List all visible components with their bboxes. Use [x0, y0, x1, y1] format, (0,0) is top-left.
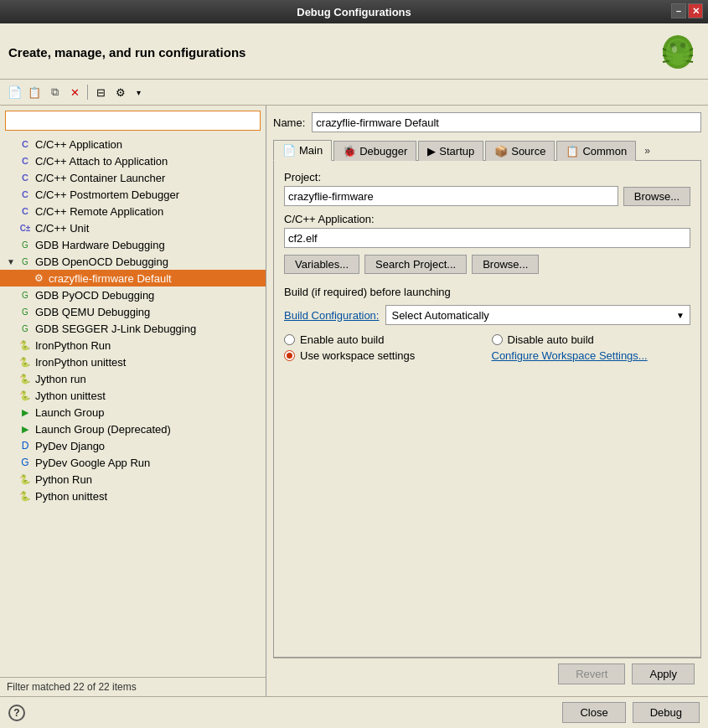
launch-group-label: Launch Group — [35, 406, 104, 419]
cpp-container-icon: C — [18, 171, 32, 184]
variables-button[interactable]: Variables... — [284, 255, 359, 274]
pydev-django-label: PyDev Django — [35, 440, 105, 452]
cpp-remote-icon: C — [18, 204, 32, 218]
iron-unittest-icon: 🐍 — [18, 355, 32, 369]
jython-unittest-icon: 🐍 — [18, 389, 32, 402]
bottom-buttons-row: Revert Apply — [273, 658, 701, 689]
gdb-hardware-label: GDB Hardware Debugging — [35, 239, 165, 251]
window-controls: – ✕ — [671, 3, 703, 18]
name-label: Name: — [273, 116, 305, 129]
tab-main[interactable]: 📄 Main — [273, 140, 332, 161]
filter-button[interactable]: ⚙ — [111, 83, 130, 101]
gdb-openocd-label: GDB OpenOCD Debugging — [35, 256, 168, 268]
name-input[interactable] — [312, 112, 701, 132]
tree-item-python-unittest[interactable]: 🐍 Python unittest — [0, 488, 266, 504]
tree-item-cpp-app[interactable]: C C/C++ Application — [0, 136, 266, 152]
collapse-all-button[interactable]: ⊟ — [91, 83, 110, 101]
debug-button[interactable]: Debug — [633, 702, 700, 723]
tree-item-cpp-remote[interactable]: C C/C++ Remote Application — [0, 203, 266, 219]
tree-item-launch-group-dep[interactable]: ▶ Launch Group (Deprecated) — [0, 421, 266, 437]
gdb-hardware-icon: G — [18, 238, 32, 251]
gdb-qemu-icon: G — [18, 305, 32, 318]
apply-button[interactable]: Apply — [632, 663, 695, 684]
pydev-django-icon: D — [18, 439, 32, 452]
tab-content-main: Project: Browse... C/C++ Application: Va… — [273, 161, 701, 658]
tree-item-jython-run[interactable]: 🐍 Jython run — [0, 370, 266, 387]
tree-item-gdb-hardware[interactable]: G GDB Hardware Debugging — [0, 236, 266, 253]
search-project-button[interactable]: Search Project... — [364, 255, 467, 274]
tree-item-gdb-openocd[interactable]: ▼ G GDB OpenOCD Debugging — [0, 253, 266, 270]
tree-item-pydev-django[interactable]: D PyDev Django — [0, 437, 266, 454]
filter-dropdown-button[interactable]: ▾ — [132, 83, 145, 101]
toolbar-separator — [87, 85, 88, 100]
main-window: Create, manage, and run configurations 📄… — [0, 23, 708, 728]
build-config-row: Build Configuration: Select Automaticall… — [284, 305, 690, 325]
name-row: Name: — [273, 112, 701, 132]
cpp-app-input[interactable] — [284, 228, 690, 248]
tab-debugger[interactable]: 🐞 Debugger — [333, 141, 416, 161]
close-button[interactable]: Close — [562, 702, 625, 723]
browse-project-button[interactable]: Browse... — [623, 187, 690, 206]
radio-disable-auto[interactable]: Disable auto build — [492, 333, 691, 346]
crazyflie-default-icon: ⚙ — [32, 271, 45, 285]
close-window-button[interactable]: ✕ — [688, 3, 703, 18]
tree-item-jython-unittest[interactable]: 🐍 Jython unittest — [0, 387, 266, 404]
tree-item-pydev-google[interactable]: G PyDev Google App Run — [0, 454, 266, 471]
tree-item-cpp-postmortem[interactable]: C C/C++ Postmortem Debugger — [0, 186, 266, 203]
tab-common[interactable]: 📋 Common — [556, 141, 636, 161]
radio-enable-auto-label: Enable auto build — [300, 333, 384, 346]
tab-startup[interactable]: ▶ Startup — [418, 141, 483, 161]
project-label: Project: — [284, 171, 690, 183]
minimize-button[interactable]: – — [671, 3, 686, 18]
pydev-google-label: PyDev Google App Run — [35, 457, 150, 469]
radio-enable-auto[interactable]: Enable auto build — [284, 333, 483, 346]
radio-use-workspace-circle[interactable] — [284, 350, 295, 361]
workspace-link-row: Configure Workspace Settings... — [492, 349, 691, 362]
cpp-postmortem-icon: C — [18, 188, 32, 201]
tree-item-iron-run[interactable]: 🐍 IronPython Run — [0, 337, 266, 354]
tree-item-python-run[interactable]: 🐍 Python Run — [0, 471, 266, 488]
app-buttons-row: Variables... Search Project... Browse... — [284, 255, 690, 274]
tree-item-cpp-attach[interactable]: C C/C++ Attach to Application — [0, 152, 266, 169]
workspace-link[interactable]: Configure Workspace Settings... — [492, 349, 648, 362]
tree-item-gdb-qemu[interactable]: G GDB QEMU Debugging — [0, 303, 266, 320]
tree-item-cpp-unit[interactable]: C± C/C++ Unit — [0, 219, 266, 236]
launch-group-dep-icon: ▶ — [18, 422, 32, 436]
cpp-remote-label: C/C++ Remote Application — [35, 205, 163, 218]
tree-item-gdb-pyocd[interactable]: G GDB PyOCD Debugging — [0, 287, 266, 303]
search-box[interactable] — [5, 111, 261, 131]
build-config-select[interactable]: Select Automatically ▼ — [385, 305, 690, 325]
tree-item-crazyflie-default[interactable]: ⚙ crazyflie-firmware Default — [0, 270, 266, 287]
duplicate-button[interactable]: ⧉ — [45, 83, 64, 101]
radio-group: Enable auto build Disable auto build Use… — [284, 333, 690, 362]
radio-disable-auto-circle[interactable] — [492, 334, 503, 345]
iron-unittest-label: IronPython unittest — [35, 356, 126, 369]
tree-item-cpp-container[interactable]: C C/C++ Container Launcher — [0, 169, 266, 186]
radio-use-workspace[interactable]: Use workspace settings — [284, 349, 483, 362]
project-input[interactable] — [284, 186, 618, 206]
revert-button[interactable]: Revert — [558, 663, 625, 684]
help-button[interactable]: ? — [8, 705, 25, 721]
tab-source-label: Source — [511, 145, 545, 157]
cpp-app-label: C/C++ Application — [35, 138, 122, 151]
tree-item-iron-unittest[interactable]: 🐍 IronPython unittest — [0, 354, 266, 370]
tab-source[interactable]: 📦 Source — [485, 141, 555, 161]
jython-run-icon: 🐍 — [18, 372, 32, 385]
tab-more-button[interactable]: » — [639, 142, 655, 160]
gdb-pyocd-label: GDB PyOCD Debugging — [35, 289, 154, 302]
tab-debugger-label: Debugger — [359, 145, 407, 157]
search-input[interactable] — [9, 115, 256, 127]
new-config-type-button[interactable]: 📋 — [25, 83, 44, 101]
title-bar: Debug Configurations – ✕ — [0, 0, 708, 23]
delete-button[interactable]: ✕ — [65, 83, 84, 101]
tree-item-launch-group[interactable]: ▶ Launch Group — [0, 404, 266, 421]
cpp-container-label: C/C++ Container Launcher — [35, 172, 165, 184]
radio-enable-auto-circle[interactable] — [284, 334, 295, 345]
new-config-button[interactable]: 📄 — [5, 83, 23, 101]
tab-common-icon: 📋 — [566, 145, 579, 157]
build-config-label[interactable]: Build Configuration: — [284, 309, 379, 322]
browse-app-button[interactable]: Browse... — [472, 255, 539, 274]
right-panel: Name: 📄 Main 🐞 Debugger ▶ Startup — [266, 106, 708, 696]
tree-item-gdb-segger[interactable]: G GDB SEGGER J-Link Debugging — [0, 320, 266, 337]
footer-right-buttons: Close Debug — [562, 702, 700, 723]
